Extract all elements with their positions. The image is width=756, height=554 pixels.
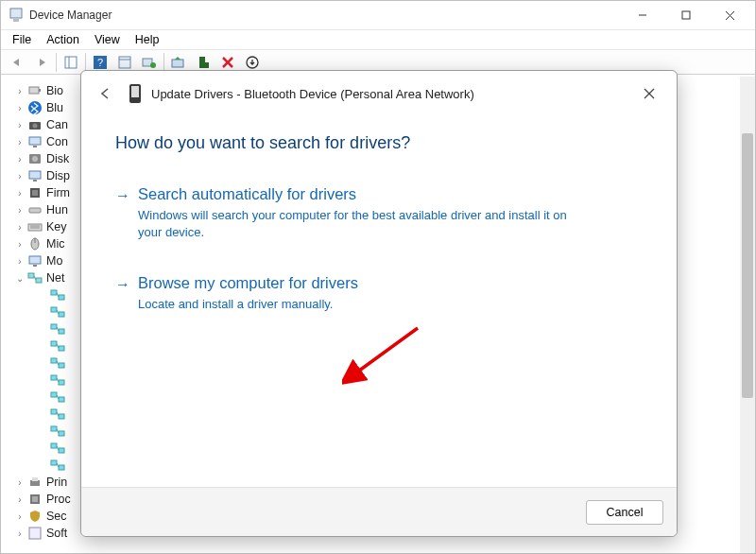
tree-item-label: Firm <box>46 186 70 199</box>
chip-icon <box>27 185 43 200</box>
tree-item-label: Disk <box>46 152 69 165</box>
scrollbar-thumb[interactable] <box>742 133 753 398</box>
netadapter-icon <box>50 304 65 320</box>
security-icon <box>27 509 43 524</box>
menubar: File Action View Help <box>1 29 755 50</box>
svg-rect-50 <box>51 324 57 329</box>
tree-item-label: Sec <box>46 510 67 523</box>
tree-item-label: Bio <box>46 84 63 97</box>
netadapter-icon <box>50 372 65 388</box>
tree-item-label: Hun <box>46 203 68 216</box>
netadapter-icon <box>50 338 65 354</box>
dialog-heading: How do you want to search for drivers? <box>115 133 643 153</box>
svg-rect-44 <box>51 290 57 295</box>
netadapter-icon <box>50 321 65 337</box>
minimize-button[interactable] <box>621 1 664 29</box>
svg-rect-32 <box>32 190 38 196</box>
svg-rect-56 <box>51 358 57 363</box>
tree-item-label: Con <box>46 135 68 148</box>
titlebar: Device Manager <box>1 1 755 29</box>
hid-icon <box>27 202 43 217</box>
svg-point-24 <box>33 124 38 129</box>
svg-rect-62 <box>51 392 57 397</box>
option-title: Search automatically for drivers <box>138 185 592 203</box>
dialog-header: Update Drivers - Bluetooth Device (Perso… <box>81 71 677 116</box>
arrow-icon: → <box>115 274 138 313</box>
svg-rect-75 <box>59 465 64 470</box>
svg-rect-10 <box>119 57 130 68</box>
svg-rect-72 <box>59 448 64 453</box>
svg-rect-40 <box>33 265 37 267</box>
device-icon <box>127 83 144 104</box>
option-description: Windows will search your computer for th… <box>138 207 592 240</box>
netadapter-icon <box>50 458 65 473</box>
svg-rect-16 <box>205 62 209 68</box>
arrow-icon: → <box>115 185 138 240</box>
svg-rect-21 <box>39 89 41 92</box>
menu-view[interactable]: View <box>87 31 128 48</box>
svg-line-86 <box>355 328 418 373</box>
svg-point-28 <box>32 156 38 162</box>
option-title: Browse my computer for drivers <box>138 274 358 292</box>
svg-rect-80 <box>32 496 38 502</box>
svg-rect-68 <box>51 426 57 431</box>
tree-item-label: Mic <box>46 237 64 251</box>
option-description: Locate and install a driver manually. <box>138 296 358 313</box>
close-button[interactable] <box>708 1 751 29</box>
netadapter-icon <box>50 407 65 422</box>
svg-rect-14 <box>172 60 183 67</box>
device-manager-window: Device Manager File Action View Help ? ›… <box>0 0 756 554</box>
svg-rect-6 <box>65 57 77 68</box>
svg-rect-1 <box>13 19 19 22</box>
tree-item-label: Net <box>46 271 64 285</box>
menu-action[interactable]: Action <box>39 31 87 48</box>
option-search-automatically[interactable]: → Search automatically for drivers Windo… <box>115 185 643 240</box>
menu-help[interactable]: Help <box>128 31 167 48</box>
svg-rect-69 <box>59 431 64 436</box>
camera-icon <box>27 117 43 132</box>
svg-rect-59 <box>51 375 57 380</box>
svg-rect-41 <box>28 273 34 278</box>
forward-icon[interactable] <box>30 52 53 73</box>
tree-item-label: Key <box>46 220 67 234</box>
svg-rect-0 <box>10 9 22 18</box>
mouse-icon <box>27 236 43 251</box>
dialog-close-button[interactable] <box>631 79 667 108</box>
svg-rect-66 <box>59 414 64 419</box>
window-title: Device Manager <box>29 9 112 22</box>
svg-rect-54 <box>59 346 64 351</box>
svg-rect-53 <box>51 341 57 346</box>
bluetooth-icon <box>27 100 43 115</box>
svg-rect-42 <box>36 278 42 283</box>
svg-rect-26 <box>33 146 37 147</box>
netadapter-icon <box>50 355 65 371</box>
option-browse-computer[interactable]: → Browse my computer for drivers Locate … <box>115 274 643 313</box>
svg-rect-60 <box>59 380 64 385</box>
update-drivers-dialog: Update Drivers - Bluetooth Device (Perso… <box>80 70 678 537</box>
svg-rect-30 <box>33 180 37 182</box>
svg-rect-29 <box>29 171 41 179</box>
svg-point-13 <box>150 62 156 68</box>
svg-rect-47 <box>51 307 57 312</box>
show-hide-tree-icon[interactable] <box>60 52 82 73</box>
svg-rect-20 <box>29 87 39 94</box>
vertical-scrollbar[interactable] <box>740 77 755 553</box>
monitor-icon <box>27 168 43 183</box>
svg-rect-51 <box>59 329 64 334</box>
svg-text:?: ? <box>97 57 103 68</box>
back-icon[interactable] <box>6 52 28 73</box>
maximize-button[interactable] <box>664 1 708 29</box>
svg-rect-3 <box>682 11 690 19</box>
dialog-title: Update Drivers - Bluetooth Device (Perso… <box>151 87 474 101</box>
menu-file[interactable]: File <box>5 31 39 48</box>
software-icon <box>27 526 43 541</box>
netadapter-icon <box>50 424 65 439</box>
svg-rect-74 <box>51 460 57 465</box>
dialog-back-button[interactable] <box>94 82 117 105</box>
svg-rect-78 <box>32 477 38 481</box>
cancel-button[interactable]: Cancel <box>586 500 663 525</box>
tree-item-label: Prin <box>46 476 67 489</box>
tree-item-label: Can <box>46 118 68 131</box>
netadapter-icon <box>50 441 65 456</box>
netadapter-icon <box>50 390 65 405</box>
